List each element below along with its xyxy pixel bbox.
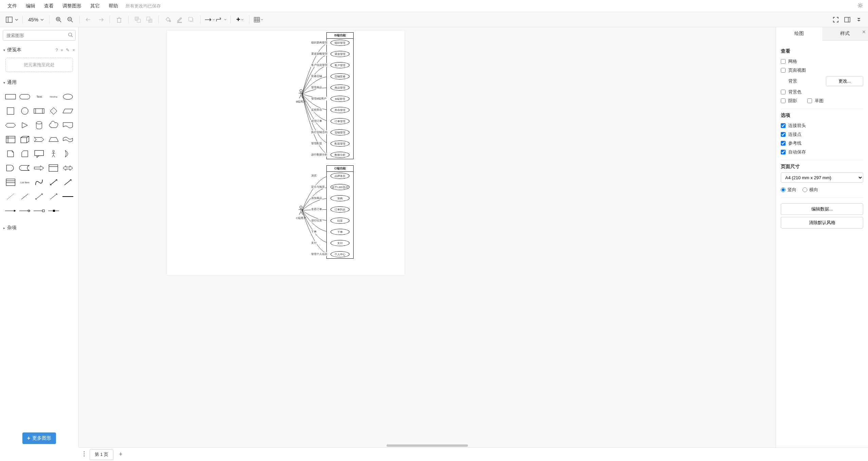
shape-link2[interactable] xyxy=(18,204,31,217)
shape-tape[interactable] xyxy=(61,133,74,146)
edge-label[interactable]: 管理个人信息 xyxy=(311,252,328,256)
guides-label[interactable]: 参考线 xyxy=(788,140,801,146)
edge-label[interactable]: 装修店铺 xyxy=(311,74,322,78)
usecase-node[interactable]: 店铺装修 xyxy=(331,73,350,79)
shape-list-item[interactable]: List Item xyxy=(18,176,31,189)
shape-process[interactable] xyxy=(33,105,45,117)
usecase-node[interactable]: 客户管理 xyxy=(331,62,350,68)
shape-line[interactable] xyxy=(18,190,31,203)
line-color-button[interactable] xyxy=(174,15,185,25)
shadow-label[interactable]: 阴影 xyxy=(788,98,797,104)
shape-and[interactable] xyxy=(4,162,17,174)
table-button[interactable] xyxy=(253,15,264,25)
usecase-node[interactable]: 品牌首页 xyxy=(331,173,350,179)
page-size-select[interactable]: A4 (210 mm x 297 mm) xyxy=(781,172,863,183)
usecase-node[interactable]: 营销管理 xyxy=(331,129,350,135)
misc-header[interactable]: ▸ 杂项 xyxy=(0,223,78,233)
edge-label[interactable]: 定位与推荐 xyxy=(311,185,325,189)
shape-bidir-arrow[interactable] xyxy=(47,176,60,189)
zoom-out-button[interactable] xyxy=(65,15,75,25)
guides-checkbox[interactable] xyxy=(781,141,786,146)
portrait-label[interactable]: 竖向 xyxy=(788,187,796,193)
edge-label[interactable]: 处理订单 xyxy=(311,119,322,123)
chevron-down-icon[interactable] xyxy=(15,19,18,21)
sketch-label[interactable]: 草图 xyxy=(815,98,824,104)
edge-label[interactable]: 查看订单 xyxy=(311,207,322,211)
shape-text[interactable]: Text xyxy=(33,90,45,103)
edge-label[interactable]: 组织架构管理 xyxy=(311,41,328,44)
change-background-button[interactable]: 更改... xyxy=(826,76,863,86)
menu-edit[interactable]: 编辑 xyxy=(22,1,39,11)
general-header[interactable]: ▾ 通用 xyxy=(0,77,78,88)
page-tab-1[interactable]: 第 1 页 xyxy=(90,449,113,460)
shape-data-storage[interactable] xyxy=(18,162,31,174)
conn-points-checkbox[interactable] xyxy=(781,132,786,137)
shape-container[interactable] xyxy=(47,162,60,174)
canvas-page[interactable]: B端功能组织管理渠道管理客户管理店铺装修商品管理B端管理库存管理订单管理营销管理… xyxy=(167,31,404,275)
add-page-button[interactable]: + xyxy=(116,449,125,459)
menu-extras[interactable]: 其它 xyxy=(86,1,104,11)
edge-label[interactable]: 管理配送 xyxy=(311,142,322,145)
zoom-in-button[interactable] xyxy=(54,15,64,25)
usecase-node[interactable]: 下单 xyxy=(331,229,350,235)
fill-color-button[interactable] xyxy=(163,15,173,25)
edge-label[interactable]: 执行营销活动 xyxy=(311,130,328,134)
shape-triangle[interactable] xyxy=(18,119,31,132)
scratchpad-edit[interactable]: ✎ xyxy=(66,48,70,53)
tab-style[interactable]: 样式 xyxy=(822,27,868,40)
shape-arrow-both[interactable] xyxy=(61,162,74,174)
usecase-node[interactable]: 渠道管理 xyxy=(331,51,350,57)
zoom-level[interactable]: 45% xyxy=(27,17,45,22)
shape-link3[interactable] xyxy=(33,204,45,217)
shape-document[interactable] xyxy=(61,119,74,132)
shape-trapezoid[interactable] xyxy=(47,133,60,146)
actor-node[interactable]: B端用户 xyxy=(296,89,306,104)
usecase-node[interactable]: 订单列表 xyxy=(331,206,350,213)
menu-arrange[interactable]: 调整图形 xyxy=(58,1,86,11)
shape-curve[interactable] xyxy=(33,176,45,189)
usecase-node[interactable]: 结算 xyxy=(331,218,350,224)
shape-circle[interactable] xyxy=(18,105,31,117)
shape-ellipse[interactable] xyxy=(61,90,74,103)
shape-arrow-right[interactable] xyxy=(33,162,45,174)
autosave-label[interactable]: 自动保存 xyxy=(788,149,806,155)
shape-parallelogram[interactable] xyxy=(61,105,74,117)
shadow-checkbox[interactable] xyxy=(781,98,786,103)
usecase-node[interactable]: 加购 xyxy=(331,195,350,201)
more-shapes-button[interactable]: + 更多图形 xyxy=(22,432,56,444)
conn-points-label[interactable]: 连接点 xyxy=(788,131,801,137)
usecase-node[interactable]: 库存管理 xyxy=(331,107,350,113)
scratchpad-close[interactable]: × xyxy=(72,48,75,53)
scratchpad-dropzone[interactable]: 把元素拖至此处 xyxy=(5,58,73,72)
shape-diamond[interactable] xyxy=(47,105,60,117)
page-view-checkbox[interactable] xyxy=(781,68,786,73)
delete-button[interactable] xyxy=(114,15,124,25)
landscape-radio[interactable] xyxy=(803,187,807,192)
sidebar-toggle-button[interactable] xyxy=(4,15,14,25)
grid-label[interactable]: 网格 xyxy=(788,58,797,64)
collapse-expand-button[interactable] xyxy=(854,15,864,25)
usecase-node[interactable]: 组织管理 xyxy=(331,40,350,46)
portrait-radio[interactable] xyxy=(781,187,786,192)
shape-note[interactable] xyxy=(4,147,17,160)
shape-hexagon[interactable] xyxy=(4,119,17,132)
bgcolor-label[interactable]: 背景色 xyxy=(788,89,801,95)
shape-rounded-rect[interactable] xyxy=(18,90,31,103)
horizontal-scrollbar[interactable] xyxy=(386,444,468,447)
conn-arrows-label[interactable]: 连接箭头 xyxy=(788,123,806,129)
usecase-node[interactable]: 个人中心 xyxy=(331,251,350,257)
search-shapes-input[interactable] xyxy=(3,30,76,41)
shape-link1[interactable] xyxy=(4,204,17,217)
shape-bidir-thin[interactable] xyxy=(33,190,45,203)
shape-solid-line[interactable] xyxy=(61,190,74,203)
edge-label[interactable]: 下单 xyxy=(311,230,317,234)
insert-button[interactable]: + xyxy=(235,15,245,25)
menu-help[interactable]: 帮助 xyxy=(105,1,122,11)
shape-heading[interactable]: Heading xyxy=(47,90,60,103)
edge-label[interactable]: 监控库存 xyxy=(311,108,322,112)
shape-list[interactable] xyxy=(4,176,17,189)
shape-dashed-line[interactable] xyxy=(4,190,17,203)
edge-label[interactable]: 客户信息管理 xyxy=(311,63,328,67)
scratchpad-help[interactable]: ? xyxy=(56,48,58,53)
canvas[interactable]: B端功能组织管理渠道管理客户管理店铺装修商品管理B端管理库存管理订单管理营销管理… xyxy=(79,27,776,447)
